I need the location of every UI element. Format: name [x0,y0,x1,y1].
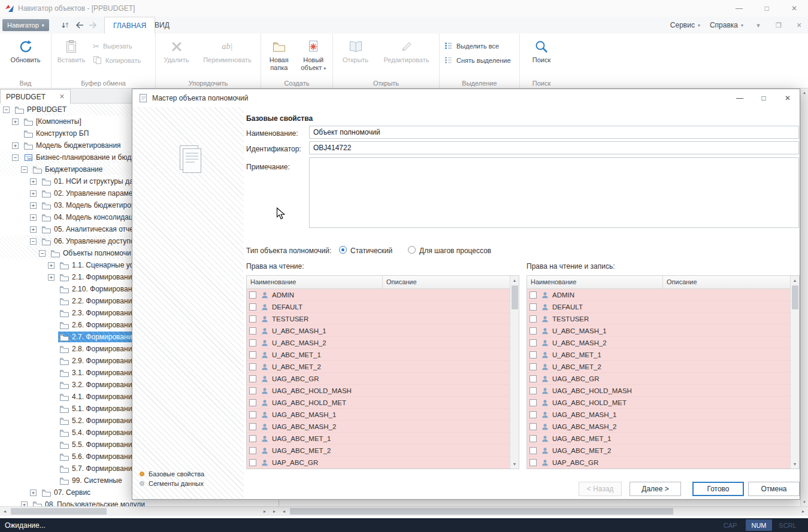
scrollbar-thumb[interactable] [512,285,518,309]
member-checkbox[interactable] [529,423,537,430]
wizard-step-basic[interactable]: Базовые свойства [140,470,204,478]
help-menu[interactable]: Справка▾ [710,21,743,29]
main-vertical-scrollbar[interactable]: ▴ ▾ [800,89,808,506]
sidebar-tab-ppbudget[interactable]: PPBUDGET ✕ [0,89,71,104]
static-type-radio[interactable] [339,246,347,254]
member-row[interactable]: U_ABC_MET_1 [247,349,510,361]
member-checkbox[interactable] [249,387,256,394]
member-checkbox[interactable] [249,447,256,454]
service-menu[interactable]: Сервис▾ [670,21,700,29]
refresh-button[interactable]: Обновить [3,35,49,74]
scroll-up-icon[interactable]: ▴ [791,276,799,285]
maximize-icon[interactable]: □ [753,0,780,17]
scroll-right-icon[interactable]: ▸ [260,507,270,516]
member-checkbox[interactable] [529,459,537,466]
member-row[interactable]: UAG_ABC_HOLD_MET [247,397,510,409]
member-row[interactable]: UAG_ABC_GR [527,373,790,385]
member-row[interactable]: UAG_ABC_HOLD_MASH [527,385,790,397]
dialog-maximize-icon[interactable]: □ [752,89,776,107]
member-checkbox[interactable] [249,423,256,430]
expand-icon[interactable]: + [30,490,37,496]
member-checkbox[interactable] [249,399,256,406]
scrollbar-thumb[interactable] [792,285,798,309]
member-row[interactable]: UAG_ABC_MASH_1 [247,409,510,421]
member-row[interactable]: U_ABC_MET_2 [527,361,790,373]
expand-icon[interactable]: + [30,178,37,185]
dialog-close-icon[interactable]: ✕ [776,89,800,107]
float-ribbon-icon[interactable]: ❐ [773,22,784,29]
member-row[interactable]: UAG_ABC_HOLD_MASH [247,385,510,397]
grid-vertical-scrollbar[interactable]: ▴ ▾ [790,276,799,469]
expand-icon[interactable]: + [12,118,19,125]
collapse-icon[interactable]: − [39,250,46,257]
member-checkbox[interactable] [249,327,256,335]
scroll-left-icon[interactable]: ◂ [279,507,289,516]
collapse-icon[interactable]: − [12,154,19,161]
expand-icon[interactable]: + [30,190,37,197]
member-row[interactable]: UAG_ABC_MET_1 [247,433,510,445]
member-row[interactable]: U_ABC_MASH_2 [527,337,790,349]
member-row[interactable]: UAG_ABC_MASH_2 [527,421,790,433]
scroll-down-icon[interactable]: ▾ [510,460,519,469]
member-row[interactable]: U_ABC_MET_2 [247,361,510,373]
member-row[interactable]: U_ABC_MASH_1 [527,325,790,337]
collapse-icon[interactable]: − [3,107,10,113]
member-checkbox[interactable] [249,411,256,418]
member-row[interactable]: UAG_ABC_MASH_2 [247,421,510,433]
column-header-name[interactable]: Наименование [247,276,383,288]
member-checkbox[interactable] [529,291,537,299]
identifier-field[interactable] [309,141,799,154]
member-row[interactable]: UAG_ABC_MET_1 [527,433,790,445]
expand-icon[interactable]: + [30,214,37,221]
select-all-button[interactable]: Выделить все [441,40,513,52]
member-row[interactable]: UAP_ABC_GR [247,457,510,469]
new-folder-button[interactable]: Новая папка [263,35,295,74]
collapse-icon[interactable]: − [30,238,37,245]
member-checkbox[interactable] [249,339,256,346]
member-checkbox[interactable] [529,375,537,382]
new-object-button[interactable]: Новый объект ▾ [296,35,331,74]
minimize-icon[interactable]: — [725,0,753,17]
member-checkbox[interactable] [529,399,537,406]
member-checkbox[interactable] [529,435,537,442]
column-header-description[interactable]: Описание [383,276,510,288]
collapse-icon[interactable]: − [21,166,28,173]
member-checkbox[interactable] [529,387,537,394]
close-ribbon-icon[interactable]: ✕ [794,22,804,29]
member-checkbox[interactable] [249,315,256,323]
member-checkbox[interactable] [249,303,256,311]
member-row[interactable]: U_ABC_MASH_2 [247,337,510,349]
close-tab-icon[interactable]: ✕ [59,93,65,101]
member-checkbox[interactable] [249,435,256,442]
member-checkbox[interactable] [529,351,537,358]
expand-icon[interactable]: + [48,274,55,281]
process-steps-type-radio[interactable] [408,246,416,254]
dialog-minimize-icon[interactable]: — [728,89,752,107]
wizard-step-segments[interactable]: Сегменты данных [140,480,204,487]
member-checkbox[interactable] [249,291,256,299]
scroll-left-icon[interactable]: ◂ [0,507,10,516]
member-row[interactable]: UAG_ABC_MET_2 [247,445,510,457]
navigator-menu-button[interactable]: Навигатор ▾ [2,19,49,31]
member-checkbox[interactable] [249,351,256,358]
member-checkbox[interactable] [529,327,537,335]
note-field[interactable] [309,157,799,228]
collapse-ribbon-icon[interactable]: ▾ [753,22,764,29]
dialog-title-bar[interactable]: Мастер объекта полномочий — □ ✕ [132,89,800,107]
sort-filter-icon[interactable] [60,20,71,30]
member-checkbox[interactable] [249,459,256,466]
expand-icon[interactable]: + [21,501,28,507]
member-row[interactable]: UAP_ABC_GR [527,457,790,469]
member-row[interactable]: UAG_ABC_MASH_1 [527,409,790,421]
scroll-down-icon[interactable]: ▾ [791,460,799,469]
member-row[interactable]: UAG_ABC_GR [247,373,510,385]
scrollbar-thumb[interactable] [11,508,107,515]
member-row[interactable]: U_ABC_MET_1 [527,349,790,361]
finish-button[interactable]: Готово [692,482,744,496]
sidebar-horizontal-scrollbar[interactable]: ◂ ▸ ▸ [0,506,279,516]
expand-icon[interactable]: + [30,226,37,233]
member-row[interactable]: TESTUSER [247,313,510,325]
column-header-description[interactable]: Описание [663,276,790,288]
expand-icon[interactable]: + [48,262,55,269]
member-row[interactable]: U_ABC_MASH_1 [247,325,510,337]
